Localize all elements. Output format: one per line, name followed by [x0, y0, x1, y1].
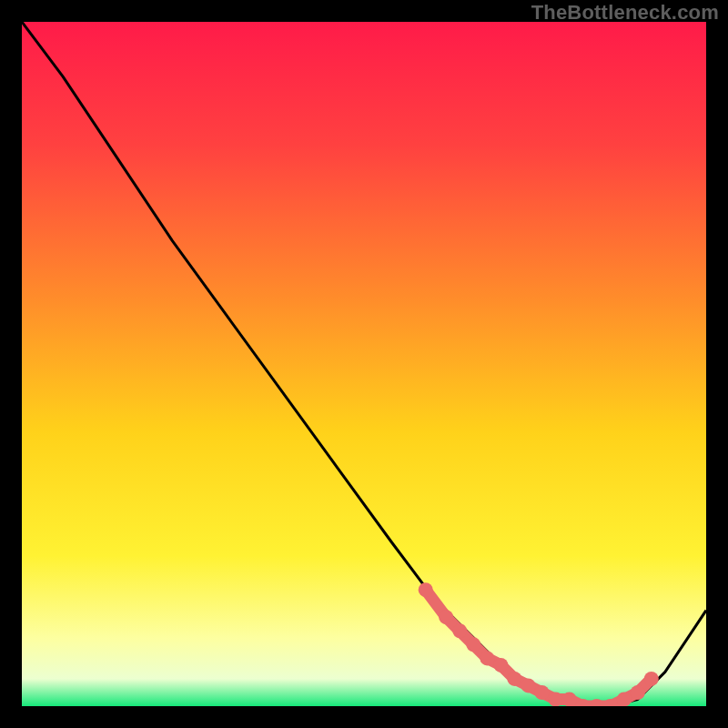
gradient-background	[22, 22, 706, 706]
marker-dot	[631, 685, 645, 700]
marker-dot	[466, 637, 480, 652]
marker-dot	[521, 678, 536, 693]
marker-dot	[549, 693, 563, 707]
marker-dot	[507, 672, 521, 686]
bottleneck-chart	[22, 22, 706, 706]
marker-dot	[644, 672, 659, 686]
marker-dot	[452, 623, 467, 638]
marker-dot	[419, 582, 433, 597]
attribution-text: TheBottleneck.com	[531, 1, 719, 25]
marker-dot	[562, 693, 577, 707]
marker-dot	[480, 651, 494, 665]
marker-dot	[493, 658, 508, 672]
marker-dot	[439, 610, 453, 624]
marker-dot	[617, 693, 632, 707]
marker-dot	[535, 685, 550, 700]
